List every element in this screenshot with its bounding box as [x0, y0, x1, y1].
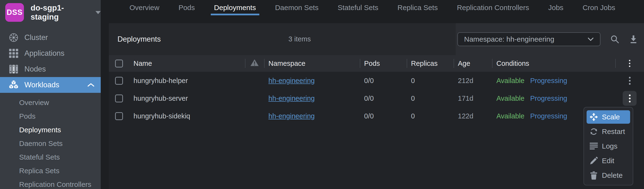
cluster-name: do-sgp1-staging	[30, 3, 91, 22]
sidebar-item-workloads-deployments[interactable]: Deployments	[0, 123, 101, 136]
select-all-checkbox[interactable]	[115, 60, 123, 68]
pods-value: 0/0	[360, 72, 407, 90]
menu-item-label: Restart	[602, 128, 625, 136]
sidebar: DSS do-sgp1-staging Cluster	[0, 0, 101, 189]
row-checkbox[interactable]	[115, 77, 123, 85]
sidebar-item-nodes[interactable]: Nodes	[0, 61, 101, 77]
menu-item-delete[interactable]: Delete	[586, 169, 630, 182]
tab-daemon-sets[interactable]: Daemon Sets	[273, 0, 320, 15]
sidebar-item-applications[interactable]: Applications	[0, 46, 101, 61]
column-settings-kebab-icon[interactable]	[623, 56, 636, 71]
namespace-link[interactable]: hh-engineering	[268, 94, 314, 102]
chevron-down-icon	[588, 37, 594, 41]
row-actions-kebab-icon[interactable]	[623, 91, 636, 106]
column-header-name[interactable]: Name	[129, 55, 245, 72]
tab-label: Daemon Sets	[275, 4, 319, 12]
menu-item-scale[interactable]: Scale	[586, 110, 630, 124]
column-header-replicas[interactable]: Replicas	[407, 55, 454, 72]
sub-item-label: Pods	[19, 112, 36, 120]
column-header-namespace[interactable]: Namespace	[264, 55, 360, 72]
namespace-link[interactable]: hh-engineering	[268, 77, 314, 85]
menu-item-label: Scale	[602, 113, 620, 121]
age-value: 122d	[454, 107, 492, 125]
row-actions-context-menu: Scale Restart	[584, 107, 633, 186]
condition-available-badge: Available	[496, 77, 524, 85]
tab-jobs[interactable]: Jobs	[546, 0, 565, 15]
row-checkbox[interactable]	[115, 94, 123, 102]
condition-progressing-badge: Progressing	[530, 77, 567, 85]
search-icon[interactable]	[610, 34, 620, 44]
cluster-switcher[interactable]: DSS do-sgp1-staging	[0, 0, 101, 25]
tab-cron-jobs[interactable]: Cron Jobs	[580, 0, 617, 15]
age-value: 171d	[454, 90, 492, 107]
deployment-name: hungryhub-server	[129, 90, 245, 107]
tab-pods[interactable]: Pods	[176, 0, 197, 15]
age-value: 212d	[454, 72, 492, 90]
tab-replica-sets[interactable]: Replica Sets	[396, 0, 440, 15]
tab-stateful-sets[interactable]: Stateful Sets	[336, 0, 380, 15]
refresh-icon	[589, 127, 598, 136]
deployment-name: hungryhub-helper	[129, 72, 245, 90]
kubernetes-wheel-icon	[8, 32, 19, 42]
filter-block: Namespace: hh-engineering	[456, 23, 644, 55]
sidebar-item-label: Workloads	[24, 80, 59, 89]
namespace-link[interactable]: hh-engineering	[268, 112, 314, 120]
column-label: Age	[458, 60, 470, 68]
condition-available-badge: Available	[496, 112, 524, 120]
replicas-value: 0	[407, 72, 454, 90]
trash-icon	[589, 171, 598, 180]
menu-item-logs[interactable]: Logs	[586, 140, 630, 153]
download-icon[interactable]	[629, 35, 638, 44]
sidebar-nav: Cluster Applications	[0, 30, 101, 189]
condition-progressing-badge: Progressing	[530, 94, 567, 102]
sidebar-item-workloads-daemon-sets[interactable]: Daemon Sets	[0, 136, 101, 150]
workloads-submenu: Overview Pods Deployments Daemon Sets St…	[0, 93, 101, 189]
table-row[interactable]: hungryhub-helper hh-engineering 0/0 0 21…	[109, 72, 644, 90]
menu-item-label: Logs	[602, 142, 618, 150]
servers-icon	[8, 64, 19, 74]
sidebar-item-workloads[interactable]: Workloads	[0, 77, 101, 93]
tab-deployments[interactable]: Deployments	[212, 0, 258, 15]
log-lines-icon	[589, 142, 598, 150]
sidebar-item-workloads-overview[interactable]: Overview	[0, 96, 101, 109]
sub-item-label: Overview	[19, 98, 49, 107]
tab-label: Pods	[178, 4, 195, 12]
sidebar-item-cluster[interactable]: Cluster	[0, 30, 101, 46]
sidebar-item-label: Cluster	[24, 33, 48, 42]
tab-overview[interactable]: Overview	[128, 0, 161, 15]
menu-item-edit[interactable]: Edit	[586, 154, 630, 168]
tab-label: Stateful Sets	[338, 4, 378, 12]
table-header: Name Namespace Pods Replicas Age Conditi…	[109, 55, 644, 72]
sub-item-label: Daemon Sets	[19, 140, 63, 148]
column-header-pods[interactable]: Pods	[360, 55, 407, 72]
page-title: Deployments	[118, 35, 161, 44]
table-row[interactable]: hungryhub-server hh-engineering 0/0 0 17…	[109, 90, 644, 107]
pencil-icon	[589, 157, 598, 165]
column-label: Replicas	[411, 60, 438, 68]
sub-item-label: Deployments	[19, 126, 61, 134]
sub-item-label: Replica Sets	[19, 167, 59, 175]
menu-item-restart[interactable]: Restart	[586, 125, 630, 138]
namespace-filter-select[interactable]: Namespace: hh-engineering	[458, 32, 600, 46]
replicas-value: 0	[407, 90, 454, 107]
row-actions-kebab-icon[interactable]	[623, 73, 636, 88]
sidebar-item-workloads-replica-sets[interactable]: Replica Sets	[0, 164, 101, 178]
main-area: Overview Pods Deployments Daemon Sets St…	[101, 0, 644, 189]
sidebar-item-workloads-pods[interactable]: Pods	[0, 109, 101, 123]
sidebar-item-workloads-stateful-sets[interactable]: Stateful Sets	[0, 150, 101, 164]
sidebar-item-workloads-replication-controllers[interactable]: Replication Controllers	[0, 178, 101, 189]
panel-header: Deployments 3 items Namespace: hh-engine…	[109, 23, 644, 55]
sub-item-label: Replication Controllers	[19, 180, 92, 188]
app-window: DSS do-sgp1-staging Cluster	[0, 0, 644, 189]
namespace-filter-value: Namespace: hh-engineering	[464, 35, 554, 43]
table-row[interactable]: hungryhub-sidekiq hh-engineering 0/0 0 1…	[109, 107, 644, 125]
column-header-conditions[interactable]: Conditions	[492, 55, 615, 72]
column-header-warning[interactable]	[245, 55, 264, 72]
row-checkbox[interactable]	[115, 112, 123, 120]
tab-label: Replication Controllers	[457, 4, 529, 12]
tab-replication-controllers[interactable]: Replication Controllers	[455, 0, 531, 15]
items-count: 3 items	[288, 35, 311, 43]
deployment-name: hungryhub-sidekiq	[129, 107, 245, 125]
column-header-age[interactable]: Age	[454, 55, 492, 72]
replicas-value: 0	[407, 107, 454, 125]
